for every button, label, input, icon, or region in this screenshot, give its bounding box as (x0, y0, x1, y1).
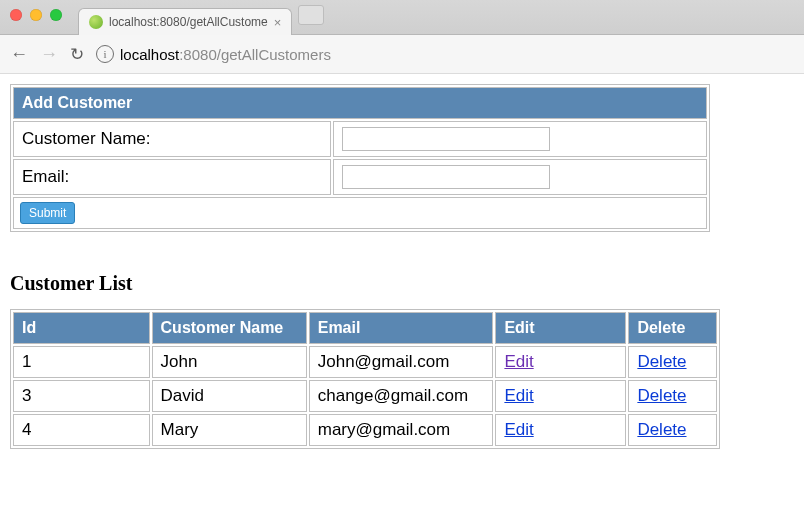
delete-link[interactable]: Delete (637, 386, 686, 405)
col-header-name: Customer Name (152, 312, 307, 344)
customer-table: Id Customer Name Email Edit Delete 1John… (10, 309, 720, 449)
cell-edit: Edit (495, 346, 626, 378)
delete-link[interactable]: Delete (637, 420, 686, 439)
edit-link[interactable]: Edit (504, 386, 533, 405)
col-header-email: Email (309, 312, 494, 344)
page-content: Add Customer Customer Name: Email: Submi… (0, 74, 804, 459)
form-header: Add Customer (13, 87, 707, 119)
customer-list-heading: Customer List (10, 272, 794, 295)
url-text: localhost:8080/getAllCustomers (120, 46, 331, 63)
table-row: 4Marymary@gmail.comEditDelete (13, 414, 717, 446)
delete-link[interactable]: Delete (637, 352, 686, 371)
cell-id: 3 (13, 380, 150, 412)
edit-link[interactable]: Edit (504, 352, 533, 371)
cell-delete: Delete (628, 380, 717, 412)
tab-title: localhost:8080/getAllCustome (109, 15, 268, 29)
cell-delete: Delete (628, 414, 717, 446)
cell-id: 4 (13, 414, 150, 446)
add-customer-form: Add Customer Customer Name: Email: Submi… (10, 84, 710, 232)
cell-email: mary@gmail.com (309, 414, 494, 446)
forward-button[interactable]: → (40, 44, 58, 65)
email-label: Email: (13, 159, 331, 195)
customer-name-label: Customer Name: (13, 121, 331, 157)
site-info-icon[interactable]: i (96, 45, 114, 63)
maximize-window-button[interactable] (50, 9, 62, 21)
customer-name-input[interactable] (342, 127, 550, 151)
email-cell (333, 159, 707, 195)
submit-button[interactable]: Submit (20, 202, 75, 224)
reload-button[interactable]: ↻ (70, 44, 84, 65)
tab-strip: localhost:8080/getAllCustome × (0, 0, 804, 35)
cell-name: Mary (152, 414, 307, 446)
close-tab-icon[interactable]: × (274, 16, 282, 29)
close-window-button[interactable] (10, 9, 22, 21)
url-path: /getAllCustomers (217, 46, 331, 63)
browser-tab[interactable]: localhost:8080/getAllCustome × (78, 8, 292, 35)
table-row: 1JohnJohn@gmail.comEditDelete (13, 346, 717, 378)
cell-name: David (152, 380, 307, 412)
browser-toolbar: ← → ↻ i localhost:8080/getAllCustomers (0, 35, 804, 74)
cell-email: John@gmail.com (309, 346, 494, 378)
cell-id: 1 (13, 346, 150, 378)
window-controls (10, 9, 62, 21)
cell-edit: Edit (495, 380, 626, 412)
url-host: localhost (120, 46, 179, 63)
table-row: 3Davidchange@gmail.comEditDelete (13, 380, 717, 412)
minimize-window-button[interactable] (30, 9, 42, 21)
browser-window: localhost:8080/getAllCustome × ← → ↻ i l… (0, 0, 804, 511)
favicon-icon (89, 15, 103, 29)
submit-cell: Submit (13, 197, 707, 229)
back-button[interactable]: ← (10, 44, 28, 65)
cell-name: John (152, 346, 307, 378)
cell-delete: Delete (628, 346, 717, 378)
cell-edit: Edit (495, 414, 626, 446)
email-input[interactable] (342, 165, 550, 189)
cell-email: change@gmail.com (309, 380, 494, 412)
new-tab-button[interactable] (298, 5, 324, 25)
address-bar[interactable]: i localhost:8080/getAllCustomers (96, 45, 331, 63)
table-header-row: Id Customer Name Email Edit Delete (13, 312, 717, 344)
col-header-edit: Edit (495, 312, 626, 344)
customer-name-cell (333, 121, 707, 157)
url-port: :8080 (179, 46, 217, 63)
edit-link[interactable]: Edit (504, 420, 533, 439)
col-header-id: Id (13, 312, 150, 344)
col-header-delete: Delete (628, 312, 717, 344)
